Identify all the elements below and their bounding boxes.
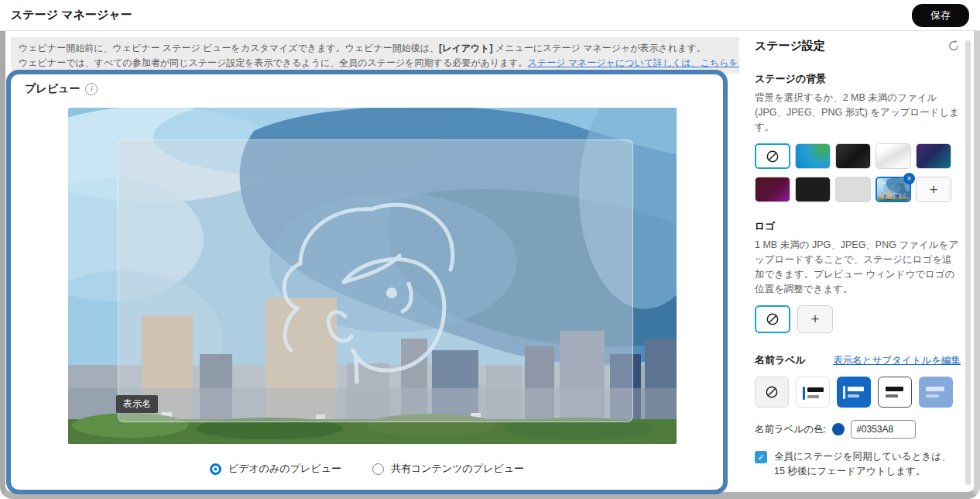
- color-swatch-dot[interactable]: [832, 423, 845, 435]
- preview-panel: プレビュー i 表示名 ビデオのみのプレビュー: [6, 70, 728, 494]
- sidebar-title: ステージ設定: [755, 39, 825, 53]
- stage-settings-sidebar: ステージ設定 ステージの背景 背景を選択するか、2 MB 未満のファイル (JP…: [755, 39, 961, 479]
- preview-label: プレビュー: [25, 82, 80, 96]
- color-hex-input[interactable]: [851, 420, 916, 439]
- name-label-style-bordered[interactable]: [878, 377, 912, 408]
- background-swatch-light-gray[interactable]: [835, 177, 871, 202]
- radio-video-only[interactable]: ビデオのみのプレビュー: [210, 462, 341, 476]
- logo-description: 1 MB 未満の JPG、JPEG、PNG ファイルをアップロードすることで、ス…: [755, 238, 961, 296]
- preview-label-row: プレビュー i: [25, 82, 98, 96]
- background-swatch-none[interactable]: [755, 143, 790, 169]
- sync-fadeout-row: ✓ 全員にステージを同期しているときは、15 秒後にフェードアウトします。: [755, 449, 961, 479]
- background-swatch-black[interactable]: [795, 177, 831, 202]
- logo-none-button[interactable]: [755, 305, 790, 333]
- layout-menu-emphasis: [レイアウト]: [439, 43, 492, 53]
- name-label-style-grid: [755, 377, 961, 408]
- sync-fadeout-label: 全員にステージを同期しているときは、15 秒後にフェードアウトします。: [774, 449, 961, 479]
- edit-display-name-link[interactable]: 表示名とサブタイトルを編集: [833, 354, 961, 367]
- info-banner: ウェビナー開始前に、ウェビナー ステージ ビューをカスタマイズできます。ウェビナ…: [11, 37, 739, 74]
- reset-refresh-icon[interactable]: [947, 40, 961, 53]
- header: ステージ マネージャー 保存: [0, 0, 980, 31]
- save-button[interactable]: 保存: [912, 4, 969, 27]
- background-swatch-blue-green[interactable]: [795, 143, 831, 169]
- background-description: 背景を選択するか、2 MB 未満のファイル (JPG、JPEG、PNG 形式) …: [755, 91, 961, 134]
- plus-icon: +: [929, 181, 937, 198]
- background-swatch-grid: × +: [755, 143, 961, 202]
- name-label-style-blue[interactable]: [837, 377, 871, 408]
- prohibition-icon: [766, 150, 780, 163]
- name-label-color-label: 名前ラベルの色:: [755, 423, 826, 436]
- name-label-color-row: 名前ラベルの色:: [755, 420, 961, 439]
- banner-line-1: ウェビナー開始前に、ウェビナー ステージ ビューをカスタマイズできます。ウェビナ…: [19, 41, 732, 56]
- name-label-style-none[interactable]: [755, 377, 789, 408]
- radio-video-only-label: ビデオのみのプレビュー: [228, 462, 341, 476]
- background-heading: ステージの背景: [755, 72, 961, 86]
- name-label-style-light-blue[interactable]: [919, 377, 953, 408]
- info-icon[interactable]: i: [85, 83, 98, 95]
- prohibition-icon: [766, 312, 780, 326]
- page-title: ステージ マネージャー: [11, 8, 132, 22]
- sidebar-scrollbar[interactable]: [965, 40, 971, 485]
- prohibition-icon: [765, 385, 779, 399]
- background-swatch-purple-teal[interactable]: [916, 143, 951, 169]
- banner-line-2: ウェビナーでは、すべての参加者が同じステージ設定を表示できるように、全員のステー…: [19, 56, 732, 71]
- learn-more-link[interactable]: ステージ マネージャについて詳しくは、こちらをご覧ください。: [528, 57, 739, 68]
- remove-background-close-icon[interactable]: ×: [903, 173, 915, 184]
- checkbox-checked-icon[interactable]: ✓: [755, 451, 767, 463]
- preview-mode-radios: ビデオのみのプレビュー 共有コンテンツのプレビュー: [11, 462, 723, 476]
- plus-icon: +: [810, 311, 819, 328]
- name-label-style-white-accent[interactable]: [796, 377, 830, 408]
- background-swatch-red-purple[interactable]: [755, 177, 790, 202]
- radio-unselected-icon[interactable]: [372, 463, 384, 475]
- background-swatch-dark-wave[interactable]: [835, 143, 871, 169]
- radio-selected-icon[interactable]: [210, 463, 221, 475]
- logo-upload-button[interactable]: +: [797, 305, 833, 333]
- radio-shared-content[interactable]: 共有コンテンツのプレビュー: [372, 462, 524, 476]
- background-swatch-white-silk[interactable]: [875, 143, 911, 169]
- background-swatch-city-selected[interactable]: ×: [875, 177, 911, 202]
- logo-heading: ロゴ: [755, 219, 961, 233]
- display-name-label[interactable]: 表示名: [116, 395, 158, 413]
- avatar-placeholder-icon: [269, 188, 478, 384]
- background-upload-button[interactable]: +: [916, 177, 951, 202]
- logo-buttons: +: [755, 305, 961, 333]
- name-label-heading: 名前ラベル: [755, 353, 806, 367]
- stage-manager-window: ステージ マネージャー 保存 ウェビナー開始前に、ウェビナー ステージ ビューを…: [0, 0, 980, 499]
- radio-shared-content-label: 共有コンテンツのプレビュー: [391, 462, 524, 476]
- video-tile[interactable]: 表示名: [118, 139, 633, 422]
